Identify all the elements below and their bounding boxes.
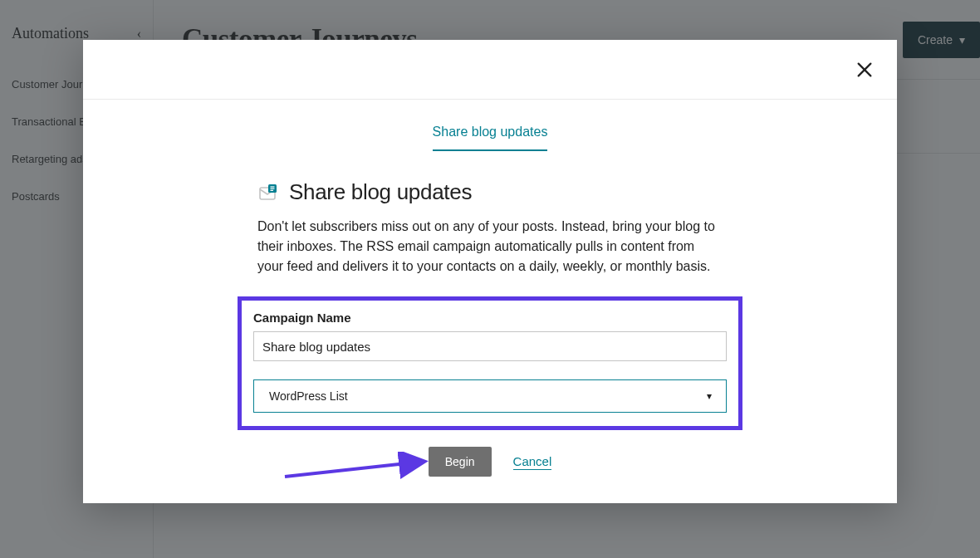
share-blog-modal: Share blog updates Share blog updates Do… bbox=[83, 40, 897, 503]
rss-envelope-icon bbox=[257, 183, 277, 203]
campaign-name-label: Campaign Name bbox=[253, 311, 727, 325]
cancel-link[interactable]: Cancel bbox=[513, 454, 552, 470]
tab-share-blog-updates[interactable]: Share blog updates bbox=[433, 125, 548, 151]
list-select-wrap: WordPress List ▾ bbox=[253, 379, 727, 413]
modal-body: Share blog updates Share blog updates Do… bbox=[83, 100, 897, 477]
modal-header bbox=[83, 40, 897, 100]
modal-heading: Share blog updates bbox=[289, 179, 472, 205]
list-select[interactable]: WordPress List bbox=[253, 379, 727, 413]
modal-section: Share blog updates Don't let subscribers… bbox=[257, 179, 723, 477]
campaign-name-input[interactable] bbox=[253, 331, 727, 361]
highlight-box: Campaign Name WordPress List ▾ bbox=[238, 296, 742, 430]
button-row: Begin Cancel bbox=[257, 447, 723, 477]
begin-button[interactable]: Begin bbox=[429, 447, 492, 477]
modal-tab-row: Share blog updates bbox=[83, 100, 897, 151]
modal-description: Don't let subscribers miss out on any of… bbox=[257, 217, 716, 277]
section-heading: Share blog updates bbox=[257, 179, 723, 205]
close-icon[interactable] bbox=[855, 61, 874, 79]
